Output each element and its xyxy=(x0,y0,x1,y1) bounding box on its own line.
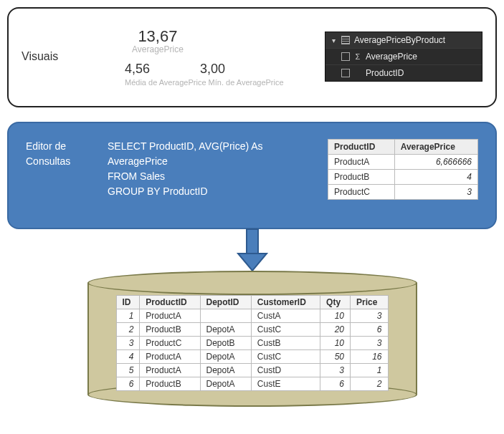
flow-arrow xyxy=(7,226,497,276)
field-name: AveragePrice xyxy=(366,52,417,62)
table-row: 1ProductACustA103 xyxy=(116,309,388,323)
table-row: ProductB 4 xyxy=(328,170,478,185)
field-name: ProductID xyxy=(366,68,404,78)
table-row: 4ProductADepotACustC5016 xyxy=(116,350,388,364)
table-icon xyxy=(341,36,350,44)
query-result-table: ProductID AveragePrice ProductA 6,666666… xyxy=(328,139,478,200)
table-row: 5ProductADepotACustD31 xyxy=(116,364,388,377)
result-header-avgprice: AveragePrice xyxy=(394,140,477,155)
metric-avgprice-label: AveragePrice xyxy=(132,44,184,54)
visuals-metrics: 13,67 AveragePrice 4,56 3,00 Média de Av… xyxy=(103,27,308,87)
svg-rect-0 xyxy=(247,229,258,254)
metric-mean-value: 4,56 xyxy=(125,62,150,77)
table-row: 3ProductCDepotBCustB103 xyxy=(116,337,388,350)
table-row: ProductA 6,666666 xyxy=(328,155,478,170)
table-row: 6ProductBDepotACustE62 xyxy=(116,377,388,391)
fields-table-name: AveragePriceByProduct xyxy=(354,35,445,45)
checkbox-icon[interactable] xyxy=(341,52,350,61)
svg-marker-1 xyxy=(238,254,267,271)
query-card: Editor de Consultas SELECT ProductID, AV… xyxy=(7,122,497,229)
arrow-down-icon xyxy=(231,226,274,276)
source-table: ID ProductID DepotID CustomerID Qty Pric… xyxy=(116,295,389,391)
fields-table-row[interactable]: ▾ AveragePriceByProduct xyxy=(325,32,482,49)
sigma-icon: Σ xyxy=(354,52,361,61)
visuals-card: Visuais 13,67 AveragePrice 4,56 3,00 Méd… xyxy=(7,7,497,107)
result-header-productid: ProductID xyxy=(328,140,395,155)
query-label: Editor de Consultas xyxy=(26,139,90,169)
metric-sub-labels: Média de AveragePrice Mín. de AveragePri… xyxy=(125,78,284,87)
database-cylinder: ID ProductID DepotID CustomerID Qty Pric… xyxy=(87,271,417,407)
field-row-productid[interactable]: ProductID xyxy=(325,65,482,81)
metric-avgprice-value: 13,67 xyxy=(138,27,177,46)
collapse-caret-icon[interactable]: ▾ xyxy=(330,37,337,44)
visuals-label: Visuais xyxy=(22,50,86,63)
table-row: 2ProductBDepotACustC206 xyxy=(116,323,388,337)
field-row-averageprice[interactable]: Σ AveragePrice xyxy=(325,49,482,65)
metric-min-value: 3,00 xyxy=(200,62,225,77)
query-sql: SELECT ProductID, AVG(Price) As AverageP… xyxy=(108,139,310,199)
fields-panel: ▾ AveragePriceByProduct Σ AveragePrice P… xyxy=(325,32,482,82)
checkbox-icon[interactable] xyxy=(341,69,350,77)
table-row: ProductC 3 xyxy=(328,185,478,200)
